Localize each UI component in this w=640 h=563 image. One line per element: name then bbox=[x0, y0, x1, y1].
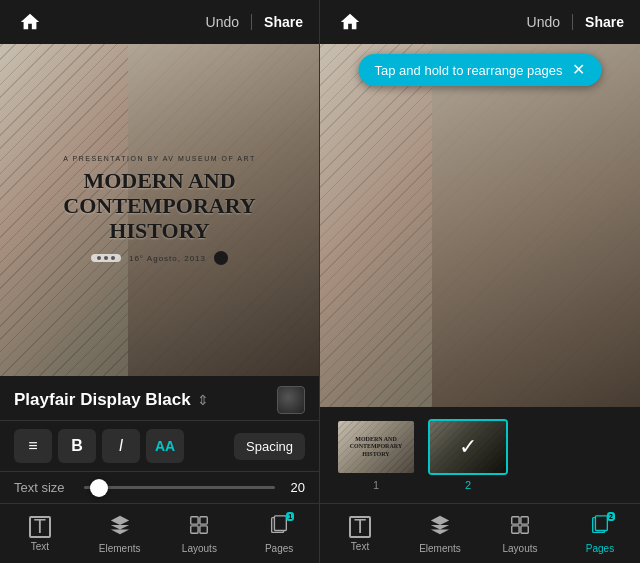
right-divider bbox=[572, 14, 573, 30]
left-top-bar: Undo Share bbox=[0, 0, 319, 44]
page-thumb-check-2: ✓ bbox=[430, 421, 506, 473]
nav-item-elements[interactable]: Elements bbox=[80, 514, 160, 554]
page-thumb-bg-1: MODERN ANDCONTEMPORARYHISTORY bbox=[338, 421, 414, 473]
slide-date: 16° Agosto, 2013 bbox=[129, 254, 206, 263]
svg-rect-7 bbox=[521, 516, 528, 523]
svg-rect-1 bbox=[200, 516, 207, 523]
font-row: Playfair Display Black ⇕ bbox=[0, 376, 319, 421]
align-button[interactable]: ≡ bbox=[14, 429, 52, 463]
left-bottom-nav: T Text Elements bbox=[0, 503, 319, 563]
bold-button[interactable]: B bbox=[58, 429, 96, 463]
text-size-value: 20 bbox=[285, 480, 305, 495]
nav-item-text[interactable]: T Text bbox=[0, 516, 80, 552]
font-name: Playfair Display Black bbox=[14, 390, 191, 410]
font-arrow-icon: ⇕ bbox=[197, 392, 209, 408]
right-nav-item-elements[interactable]: Elements bbox=[400, 514, 480, 554]
right-layouts-nav-icon bbox=[509, 514, 531, 540]
right-canvas: Tap and hold to rearrange pages ✕ MODERN… bbox=[320, 44, 640, 503]
right-nav-item-layouts[interactable]: Layouts bbox=[480, 514, 560, 554]
nav-item-pages[interactable]: 1 Pages bbox=[239, 514, 319, 554]
right-pages-badge-number: 2 bbox=[607, 512, 615, 522]
home-icon[interactable] bbox=[16, 8, 44, 36]
pages-badge: 1 bbox=[268, 514, 290, 540]
page-num-1: 1 bbox=[373, 479, 379, 491]
tooltip-text: Tap and hold to rearrange pages bbox=[375, 63, 563, 78]
bold-icon: B bbox=[71, 437, 83, 455]
svg-rect-2 bbox=[191, 525, 198, 532]
nav-item-layouts[interactable]: Layouts bbox=[160, 514, 240, 554]
right-nav-item-text[interactable]: T Text bbox=[320, 516, 400, 552]
right-text-nav-icon: T bbox=[349, 516, 371, 538]
elements-nav-icon bbox=[109, 514, 131, 540]
right-top-bar: Undo Share bbox=[320, 0, 640, 44]
right-nav-item-pages[interactable]: 2 Pages bbox=[560, 514, 640, 554]
italic-icon: I bbox=[119, 437, 123, 455]
left-canvas: A Presentation by AV Museum of Art MODER… bbox=[0, 44, 319, 376]
slide-content: A Presentation by AV Museum of Art MODER… bbox=[53, 145, 265, 276]
left-bottom-area: Playfair Display Black ⇕ ≡ B I AA Spacin… bbox=[0, 376, 319, 563]
aa-button[interactable]: AA bbox=[146, 429, 184, 463]
tooltip-close-button[interactable]: ✕ bbox=[572, 62, 585, 78]
color-swatch[interactable] bbox=[277, 386, 305, 414]
page-thumb-title-1: MODERN ANDCONTEMPORARYHISTORY bbox=[338, 421, 414, 473]
undo-button[interactable]: Undo bbox=[206, 14, 239, 30]
size-row: Text size 20 bbox=[0, 472, 319, 503]
dot-2 bbox=[104, 256, 108, 260]
right-share-button[interactable]: Share bbox=[585, 14, 624, 30]
svg-rect-6 bbox=[512, 516, 519, 523]
divider bbox=[251, 14, 252, 30]
canvas-background: A Presentation by AV Museum of Art MODER… bbox=[0, 44, 319, 376]
page-thumb-2[interactable]: ✓ 2 bbox=[428, 419, 508, 491]
text-size-label: Text size bbox=[14, 480, 74, 495]
layouts-nav-icon bbox=[188, 514, 210, 540]
svg-rect-9 bbox=[521, 525, 528, 532]
page-thumb-1[interactable]: MODERN ANDCONTEMPORARYHISTORY 1 bbox=[336, 419, 416, 491]
left-panel: Undo Share A Presentation by AV Museum o… bbox=[0, 0, 320, 563]
layouts-nav-label: Layouts bbox=[182, 543, 217, 554]
right-undo-button[interactable]: Undo bbox=[527, 14, 560, 30]
right-elements-nav-icon bbox=[429, 514, 451, 540]
slider-thumb[interactable] bbox=[90, 479, 108, 497]
right-elements-nav-label: Elements bbox=[419, 543, 461, 554]
right-bottom-nav: T Text Elements Layouts bbox=[320, 503, 640, 563]
aa-icon: AA bbox=[155, 438, 175, 454]
tooltip-bar: Tap and hold to rearrange pages ✕ bbox=[359, 54, 602, 86]
page-thumb-image-2: ✓ bbox=[428, 419, 508, 475]
share-button[interactable]: Share bbox=[264, 14, 303, 30]
slide-title: MODERN ANDCONTEMPORARYHISTORY bbox=[63, 168, 255, 244]
page-thumb-image-1: MODERN ANDCONTEMPORARYHISTORY bbox=[336, 419, 416, 475]
svg-rect-8 bbox=[512, 525, 519, 532]
right-layouts-nav-label: Layouts bbox=[502, 543, 537, 554]
right-text-nav-label: Text bbox=[351, 541, 369, 552]
size-slider[interactable] bbox=[84, 486, 275, 489]
text-nav-icon: T bbox=[29, 516, 51, 538]
svg-rect-11 bbox=[595, 515, 607, 530]
pages-badge-number: 1 bbox=[286, 512, 294, 522]
slide-subtitle: A Presentation by AV Museum of Art bbox=[63, 155, 255, 162]
svg-rect-5 bbox=[275, 515, 287, 530]
page-num-2: 2 bbox=[465, 479, 471, 491]
svg-rect-0 bbox=[191, 516, 198, 523]
italic-button[interactable]: I bbox=[102, 429, 140, 463]
slide-circle bbox=[214, 251, 228, 265]
right-panel: Undo Share Tap and hold to rearrange pag… bbox=[320, 0, 640, 563]
right-pages-badge: 2 bbox=[589, 514, 611, 540]
pages-grid: MODERN ANDCONTEMPORARYHISTORY 1 ✓ 2 bbox=[320, 407, 640, 503]
checkmark-icon: ✓ bbox=[459, 434, 477, 460]
pages-nav-label: Pages bbox=[265, 543, 293, 554]
dot-3 bbox=[111, 256, 115, 260]
dot-1 bbox=[97, 256, 101, 260]
svg-rect-3 bbox=[200, 525, 207, 532]
format-row: ≡ B I AA Spacing bbox=[0, 421, 319, 472]
text-nav-label: Text bbox=[31, 541, 49, 552]
right-pages-nav-label: Pages bbox=[586, 543, 614, 554]
elements-nav-label: Elements bbox=[99, 543, 141, 554]
right-home-icon[interactable] bbox=[336, 8, 364, 36]
slide-dots bbox=[91, 254, 121, 262]
slide-date-row: 16° Agosto, 2013 bbox=[63, 251, 255, 265]
align-icon: ≡ bbox=[28, 437, 37, 455]
spacing-button[interactable]: Spacing bbox=[234, 433, 305, 460]
